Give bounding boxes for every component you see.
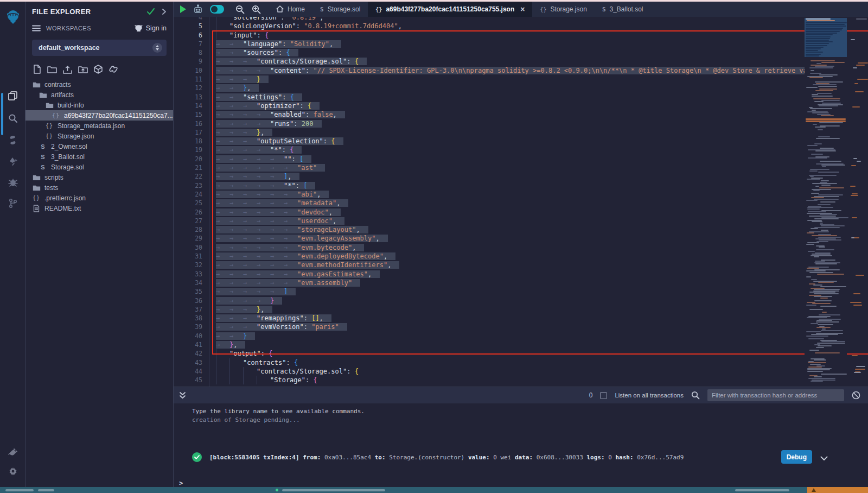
line-number[interactable]: 9	[174, 57, 202, 66]
line-number[interactable]: 34	[174, 279, 202, 287]
line-number[interactable]: 38	[174, 314, 202, 323]
line-number[interactable]: 19	[174, 146, 202, 154]
tree-item-build-info[interactable]: build-info	[25, 100, 173, 110]
chevron-right-icon[interactable]	[162, 8, 167, 15]
code-line-14[interactable]: 14→→→"optimizer": {	[174, 102, 868, 110]
remix-logo-icon[interactable]	[0, 5, 25, 29]
tree-item-artifacts[interactable]: artifacts	[25, 90, 173, 100]
code-line-42[interactable]: 42 "output": {	[174, 349, 868, 358]
zoom-out-icon[interactable]	[235, 5, 245, 14]
code-line-40[interactable]: 40→→}	[174, 332, 868, 340]
debug-button[interactable]: Debug	[781, 450, 812, 464]
code-line-22[interactable]: 22→→→→→],	[174, 172, 868, 181]
line-number[interactable]: 41	[174, 340, 202, 349]
code-line-5[interactable]: 5 "solcLongVersion": "0.8.19+commit.7dd6…	[174, 22, 868, 30]
line-number[interactable]: 16	[174, 119, 202, 128]
code-line-38[interactable]: 38→→→"remappings": [],	[174, 314, 868, 323]
code-line-20[interactable]: 20→→→→→"": [	[174, 155, 868, 163]
block-icon[interactable]	[852, 391, 860, 400]
tree-item-storage-metadata-json[interactable]: {}Storage_metadata.json	[25, 121, 173, 131]
new-file-icon[interactable]	[33, 65, 41, 74]
code-line-37[interactable]: 37→→→},	[174, 305, 868, 314]
code-editor[interactable]: 4 "solcVersion": "0.8.19",5 "solcLongVer…	[174, 17, 868, 387]
code-line-31[interactable]: 31→→→→→→"evm.deployedBytecode",	[174, 252, 868, 261]
tab-a69b43f277ba20fcac141151250ca755-json[interactable]: {}a69b43f277ba20fcac141151250ca755.json×	[368, 2, 532, 17]
tree-item-storage-sol[interactable]: SStorage.sol	[25, 162, 173, 172]
line-number[interactable]: 21	[174, 163, 202, 172]
overview-ruler[interactable]	[848, 17, 868, 385]
transaction-log-row[interactable]: [block:5583405 txIndex:4] from: 0xa03...…	[192, 450, 819, 464]
code-line-43[interactable]: 43 "contracts": {	[174, 358, 868, 367]
line-number[interactable]: 32	[174, 261, 202, 269]
code-line-33[interactable]: 33→→→→→→"evm.gasEstimates",	[174, 270, 868, 279]
code-line-10[interactable]: 10→→→→"content": "// SPDX-License-Identi…	[174, 66, 868, 75]
line-number[interactable]: 40	[174, 332, 202, 340]
line-number[interactable]: 24	[174, 190, 202, 199]
sign-in-button[interactable]: Sign in	[134, 24, 167, 32]
upload-folder-icon[interactable]	[78, 65, 88, 73]
git-icon[interactable]	[0, 194, 25, 212]
line-number[interactable]: 27	[174, 217, 202, 225]
tree-item-3-ballot-sol[interactable]: S3_Ballot.sol	[25, 151, 173, 162]
code-line-21[interactable]: 21→→→→→→"ast"	[174, 163, 868, 172]
code-line-15[interactable]: 15→→→→"enabled": false,	[174, 110, 868, 119]
code-line-34[interactable]: 34→→→→→→"evm.assembly"	[174, 279, 868, 287]
code-line-6[interactable]: 6 "input": {	[174, 31, 868, 40]
line-number[interactable]: 14	[174, 102, 202, 110]
tab-home[interactable]: Home	[269, 2, 312, 17]
run-script-button[interactable]	[180, 5, 186, 13]
code-line-28[interactable]: 28→→→→→→"storageLayout",	[174, 225, 868, 234]
tab-storage-sol[interactable]: SStorage.sol	[312, 2, 368, 17]
terminal-expand-icon[interactable]	[179, 391, 186, 400]
line-number[interactable]: 17	[174, 128, 202, 137]
tree-item-2-owner-sol[interactable]: S2_Owner.sol	[25, 141, 173, 151]
plugin-manager-icon[interactable]	[0, 444, 25, 462]
code-line-16[interactable]: 16→→→→"runs": 200	[174, 119, 868, 128]
code-line-29[interactable]: 29→→→→→→"evm.legacyAssembly",	[174, 234, 868, 243]
line-number[interactable]: 4	[174, 17, 202, 22]
line-number[interactable]: 7	[174, 40, 202, 48]
debugger-icon[interactable]	[0, 173, 25, 192]
line-number[interactable]: 26	[174, 208, 202, 217]
listen-all-transactions-label[interactable]: Listen on all transactions	[615, 392, 684, 399]
tab-3-ballot-sol[interactable]: S3_Ballot.sol	[595, 2, 651, 17]
line-number[interactable]: 11	[174, 75, 202, 84]
code-line-41[interactable]: 41→},	[174, 340, 868, 349]
line-number[interactable]: 20	[174, 155, 202, 163]
statusbar-alert-segment[interactable]	[807, 487, 868, 493]
line-number[interactable]: 37	[174, 305, 202, 314]
line-number[interactable]: 45	[174, 376, 202, 384]
upload-file-icon[interactable]	[63, 65, 72, 74]
line-number[interactable]: 13	[174, 93, 202, 102]
search-icon[interactable]	[0, 109, 25, 128]
terminal-prompt[interactable]: >	[179, 479, 183, 487]
line-number[interactable]: 28	[174, 225, 202, 234]
code-line-26[interactable]: 26→→→→→→"devdoc",	[174, 208, 868, 217]
terminal-search-icon[interactable]	[691, 391, 700, 400]
line-number[interactable]: 33	[174, 270, 202, 279]
editor-minimap[interactable]	[805, 17, 847, 385]
code-line-24[interactable]: 24→→→→→→"abi",	[174, 190, 868, 199]
settings-gear-icon[interactable]	[0, 462, 25, 481]
line-number[interactable]: 44	[174, 367, 202, 376]
code-line-45[interactable]: 45 "Storage": {	[174, 376, 868, 384]
tree-item--prettierrc-json[interactable]: {}.prettierrc.json	[25, 193, 173, 203]
code-line-11[interactable]: 11→→→}	[174, 75, 868, 84]
line-number[interactable]: 35	[174, 287, 202, 296]
code-line-30[interactable]: 30→→→→→→"evm.bytecode",	[174, 243, 868, 252]
code-line-32[interactable]: 32→→→→→→"evm.methodIdentifiers",	[174, 261, 868, 269]
line-number[interactable]: 8	[174, 48, 202, 57]
workspace-select[interactable]: default_workspace	[32, 40, 167, 56]
line-number[interactable]: 29	[174, 234, 202, 243]
code-line-13[interactable]: 13→→"settings": {	[174, 93, 868, 102]
new-folder-icon[interactable]	[47, 65, 57, 73]
code-line-19[interactable]: 19→→→→"*": {	[174, 146, 868, 154]
line-number[interactable]: 23	[174, 181, 202, 190]
tree-item-tests[interactable]: tests	[25, 182, 173, 193]
line-number[interactable]: 18	[174, 137, 202, 146]
transaction-filter-input[interactable]	[707, 389, 844, 401]
link-icon[interactable]	[108, 65, 118, 73]
code-line-8[interactable]: 8→→"sources": {	[174, 48, 868, 57]
solidity-compiler-icon[interactable]	[0, 131, 25, 149]
code-line-18[interactable]: 18→→→"outputSelection": {	[174, 137, 868, 146]
